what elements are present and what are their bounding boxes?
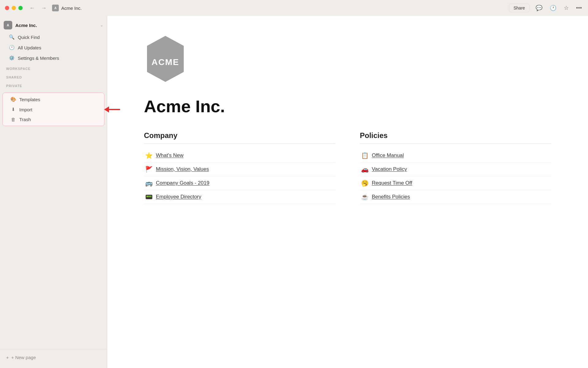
settings-label: Settings & Members: [18, 56, 59, 61]
svg-text:ACME: ACME: [152, 57, 179, 67]
minimize-button[interactable]: [12, 6, 16, 10]
new-page-label: + New page: [11, 355, 36, 360]
link-vacation-policy[interactable]: 🚗 Vacation Policy: [360, 163, 551, 176]
page-logo: ACME: [144, 34, 551, 85]
vacation-policy-label: Vacation Policy: [372, 166, 407, 172]
sidebar: A Acme Inc. ⌄ 🔍 Quick Find 🕐 All Updates…: [0, 16, 107, 368]
policies-column: Policies 📋 Office Manual 🚗 Vacation Poli…: [360, 131, 551, 204]
titlebar: ← → A Acme Inc. Share 💬 🕐 ☆ •••: [0, 0, 588, 16]
benefits-policies-label: Benefits Policies: [372, 194, 410, 200]
import-label: Import: [19, 107, 32, 112]
office-manual-label: Office Manual: [372, 152, 404, 159]
link-office-manual[interactable]: 📋 Office Manual: [360, 149, 551, 163]
workspace-logo: A: [4, 21, 12, 29]
highlight-box: 🎨 Templates ⬇ Import 🗑 Trash: [2, 93, 104, 126]
whats-new-label: What's New: [156, 152, 183, 159]
main-content: ACME Acme Inc. Company ⭐ What's New 🚩 Mi…: [107, 16, 588, 368]
share-button[interactable]: Share: [509, 4, 530, 12]
mission-label: Mission, Vision, Values: [156, 166, 209, 172]
sidebar-item-templates[interactable]: 🎨 Templates: [4, 94, 103, 104]
link-request-time-off[interactable]: 🥱 Request Time Off: [360, 176, 551, 190]
flag-icon: 🚩: [145, 166, 153, 173]
quick-find-label: Quick Find: [18, 35, 40, 40]
sidebar-item-import[interactable]: ⬇ Import: [4, 105, 103, 114]
sidebar-item-settings[interactable]: ⚙️ Settings & Members: [2, 53, 104, 63]
page-title: Acme Inc.: [144, 97, 551, 116]
clock-icon: 🕐: [9, 45, 15, 50]
back-button[interactable]: ←: [28, 4, 37, 12]
more-options-icon[interactable]: •••: [575, 4, 583, 13]
favorite-icon[interactable]: ☆: [563, 3, 570, 13]
link-mission[interactable]: 🚩 Mission, Vision, Values: [144, 163, 335, 176]
workspace-name: Acme Inc.: [15, 23, 97, 28]
company-header: Company: [144, 131, 335, 144]
request-time-off-label: Request Time Off: [372, 180, 412, 186]
arrow-shaft: [109, 109, 120, 110]
app-body: A Acme Inc. ⌄ 🔍 Quick Find 🕐 All Updates…: [0, 16, 588, 368]
header-actions: Share 💬 🕐 ☆ •••: [509, 3, 583, 13]
sidebar-item-all-updates[interactable]: 🕐 All Updates: [2, 43, 104, 52]
section-workspace: WORKSPACE: [0, 63, 107, 72]
sidebar-bottom: + + New page: [0, 349, 107, 366]
breadcrumb-title: Acme Inc.: [61, 6, 82, 11]
link-company-goals[interactable]: 🚌 Company Goals - 2019: [144, 176, 335, 190]
section-shared: SHARED: [0, 72, 107, 80]
all-updates-label: All Updates: [18, 45, 41, 50]
history-icon[interactable]: 🕐: [548, 3, 558, 13]
workspace-row[interactable]: A Acme Inc. ⌄: [0, 18, 107, 32]
company-column: Company ⭐ What's New 🚩 Mission, Vision, …: [144, 131, 335, 204]
nav-buttons: ← →: [28, 4, 48, 12]
new-page-button[interactable]: + + New page: [2, 352, 104, 362]
maximize-button[interactable]: [18, 6, 23, 10]
link-whats-new[interactable]: ⭐ What's New: [144, 149, 335, 163]
bus-icon: 🚌: [145, 179, 153, 187]
comments-icon[interactable]: 💬: [534, 3, 544, 13]
star-icon: ⭐: [145, 152, 153, 159]
trash-icon: 🗑: [10, 117, 16, 122]
breadcrumb: A Acme Inc.: [52, 5, 509, 11]
search-icon: 🔍: [9, 34, 15, 40]
coffee-icon: ☕: [361, 193, 369, 201]
directory-icon: 📟: [145, 193, 153, 201]
content-columns: Company ⭐ What's New 🚩 Mission, Vision, …: [144, 131, 551, 204]
company-goals-label: Company Goals - 2019: [156, 180, 209, 186]
acme-logo: ACME: [144, 34, 187, 83]
plus-icon: +: [6, 355, 9, 360]
templates-label: Templates: [19, 97, 40, 102]
link-employee-directory[interactable]: 📟 Employee Directory: [144, 190, 335, 204]
sidebar-item-quick-find[interactable]: 🔍 Quick Find: [2, 32, 104, 42]
sidebar-item-trash[interactable]: 🗑 Trash: [4, 115, 103, 124]
car-icon: 🚗: [361, 166, 369, 173]
workspace-icon: A: [52, 5, 59, 11]
arrow-head: [104, 106, 109, 113]
chevron-down-icon: ⌄: [100, 23, 103, 27]
link-benefits[interactable]: ☕ Benefits Policies: [360, 190, 551, 204]
close-button[interactable]: [5, 6, 9, 10]
section-private: PRIVATE: [0, 80, 107, 89]
traffic-lights: [5, 6, 23, 10]
manual-icon: 📋: [361, 152, 369, 159]
policies-header: Policies: [360, 131, 551, 144]
gear-icon: ⚙️: [9, 55, 15, 61]
trash-label: Trash: [19, 117, 31, 122]
arrow-indicator: [104, 106, 120, 113]
templates-icon: 🎨: [10, 97, 16, 102]
employee-directory-label: Employee Directory: [156, 194, 201, 200]
tired-icon: 🥱: [361, 179, 369, 187]
forward-button[interactable]: →: [39, 4, 48, 12]
import-icon: ⬇: [10, 107, 16, 112]
